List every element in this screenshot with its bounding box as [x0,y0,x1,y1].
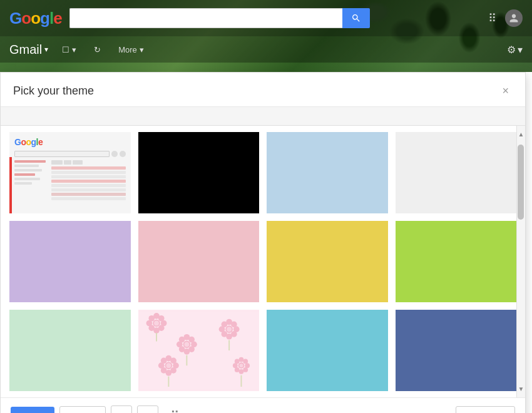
refresh-icon: ↻ [94,45,101,54]
more-button[interactable]: More ▾ [115,43,148,57]
svg-point-36 [170,358,176,364]
theme-item-black[interactable] [137,131,261,215]
header-icons: ⠿ [488,9,523,27]
theme-item-light-blue[interactable] [265,131,389,215]
select-arrow-icon: ▾ [72,45,76,54]
theme-item-floral[interactable] [137,308,261,392]
svg-point-19 [178,346,185,352]
theme-logo: Google [14,137,126,147]
svg-point-20 [184,342,189,347]
theme-picker-modal: Pick your theme × Google [0,72,526,413]
svg-point-7 [148,315,155,322]
modal-header: Pick your theme × [1,73,525,107]
avatar[interactable] [505,9,523,27]
theme-item-teal[interactable] [265,308,389,392]
svg-point-37 [160,358,166,364]
theme-item-mint[interactable] [8,308,132,392]
svg-point-44 [232,363,237,368]
svg-point-29 [221,331,227,337]
svg-point-50 [239,364,243,367]
theme-search-bar [14,151,126,157]
svg-point-39 [160,367,166,374]
theme-item-lavender[interactable] [8,220,132,303]
gmail-label[interactable]: Gmail ▾ [9,43,48,57]
google-logo: Google [9,9,62,28]
svg-point-10 [154,321,159,326]
svg-point-43 [245,363,250,368]
gmail-dropdown-arrow: ▾ [44,45,48,54]
scrollbar[interactable]: ▲ ▼ [516,126,525,397]
theme-item-green[interactable] [394,220,518,303]
svg-point-26 [231,322,237,328]
settings-button[interactable]: ⚙ ▾ [507,44,523,56]
search-icon [351,13,361,23]
search-input[interactable] [69,8,342,28]
svg-point-46 [243,359,248,364]
search-bar[interactable] [69,8,370,28]
theme-item-default[interactable]: Google [8,131,132,215]
user-icon [509,13,519,23]
svg-point-27 [221,322,227,328]
scroll-thumb[interactable] [518,145,524,220]
main-content: Pick your theme × Google [0,72,532,413]
theme-item-navy[interactable] [394,308,518,392]
svg-point-42 [238,357,243,362]
gear-icon: ⚙ [507,44,516,56]
svg-point-28 [231,331,237,337]
scroll-down-icon[interactable]: ▼ [518,385,524,392]
svg-point-47 [234,359,239,364]
apps-icon[interactable]: ⠿ [488,11,496,25]
more-arrow-icon: ▾ [140,45,144,54]
svg-point-49 [234,367,239,372]
save-button[interactable]: Save [11,407,54,414]
dots-icon: ⠿ [170,409,178,413]
svg-point-18 [188,346,195,352]
my-photos-button[interactable]: My Photos [456,406,515,414]
theme-item-yellow[interactable] [265,220,389,303]
modal-footer: Save Cancel A ○ ⠿ My Photos [1,397,525,413]
themes-container: Google [1,126,525,397]
svg-point-30 [227,327,232,332]
refresh-button[interactable]: ↻ [90,43,105,57]
floral-pattern [138,310,260,391]
scroll-up-icon[interactable]: ▲ [518,131,524,138]
themes-grid: Google [1,126,525,397]
modal-title: Pick your theme [13,84,94,98]
svg-point-16 [188,337,195,343]
grid-view-button[interactable]: ⠿ [163,405,185,413]
select-button[interactable]: ☐ ▾ [58,43,80,57]
close-button[interactable]: × [498,84,513,98]
svg-point-45 [238,369,243,374]
theme-item-pink[interactable] [137,220,261,303]
scroll-top-area [1,107,525,126]
svg-point-48 [243,367,248,372]
bubble-button[interactable]: ○ [137,405,158,413]
svg-point-6 [158,315,164,322]
text-style-button[interactable]: A [111,405,132,413]
checkbox-icon: ☐ [62,45,69,54]
theme-item-white[interactable] [394,131,518,215]
svg-point-9 [148,325,155,331]
settings-arrow-icon: ▾ [518,44,523,56]
svg-point-38 [170,367,176,374]
cancel-button[interactable]: Cancel [59,406,106,414]
search-button[interactable] [342,8,370,28]
svg-point-8 [158,325,164,331]
svg-point-17 [178,337,185,343]
svg-point-40 [166,363,171,368]
